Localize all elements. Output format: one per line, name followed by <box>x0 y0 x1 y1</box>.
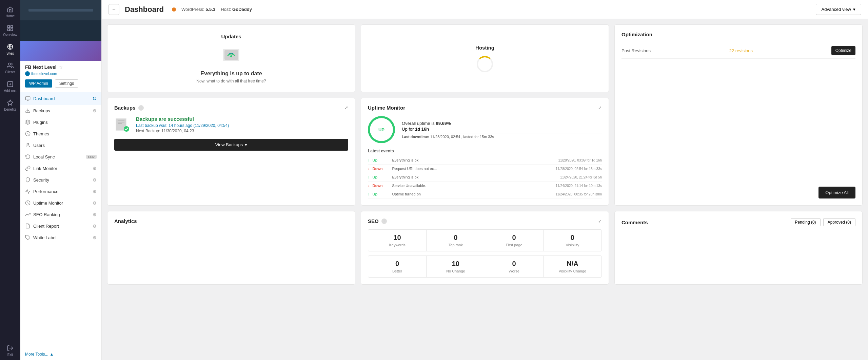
gear-icon-white-label[interactable]: ⚙ <box>93 235 97 240</box>
sidebar-item-white-label[interactable]: White Label ⚙ <box>20 232 101 243</box>
svg-rect-2 <box>8 29 10 31</box>
more-tools-label: More Tools... <box>25 352 48 357</box>
sidebar-item-seo-ranking[interactable]: SEO Ranking ⚙ <box>20 209 101 220</box>
uptime-last-downtime: Last downtime: 11/28/2020, 02:54 , laste… <box>402 133 602 139</box>
seo-no-change-label: No Change <box>431 269 480 273</box>
gear-icon-backups[interactable]: ⚙ <box>93 108 97 113</box>
sidebar-item-link-monitor[interactable]: Link Monitor ⚙ <box>20 163 101 174</box>
seo-expand-button[interactable]: ⤢ <box>598 219 602 224</box>
gear-icon-performance[interactable]: ⚙ <box>93 189 97 194</box>
pending-tab[interactable]: Pending (0) <box>791 218 821 226</box>
seo-card: SEO i ⤢ 10 Keywords 0 Top rank 0 First p… <box>361 211 609 285</box>
uptime-up-value: 1d 16h <box>415 127 429 132</box>
event-status-2: Up <box>373 175 390 179</box>
seo-cell-visibility: 0 Visibility <box>544 230 601 251</box>
sidebar-item-client-report[interactable]: Client Report ⚙ <box>20 220 101 232</box>
page-title: Dashboard <box>125 5 164 14</box>
optimize-post-revisions-button[interactable]: Optimize <box>831 46 855 55</box>
uptime-expand-button[interactable]: ⤢ <box>598 105 602 110</box>
star-icon[interactable]: ☆ <box>59 64 63 70</box>
sidebar-item-performance[interactable]: Performance ⚙ <box>20 186 101 197</box>
svg-rect-15 <box>224 50 238 60</box>
uptime-event-3: ↓ Down Service Unavailable. 11/24/2020, … <box>368 182 602 190</box>
sidebar-label-dashboard: Dashboard <box>33 96 90 101</box>
uptime-up-prefix: Up for <box>402 127 414 132</box>
wp-admin-button[interactable]: WP Admin <box>25 79 52 88</box>
sidebar-item-uptime-monitor[interactable]: Uptime Monitor ⚙ <box>20 197 101 209</box>
gear-icon-client-report[interactable]: ⚙ <box>93 224 97 229</box>
host-label: Host: <box>221 7 231 12</box>
site-settings-button[interactable]: Settings <box>55 79 78 88</box>
nav-sites[interactable]: Sites <box>0 40 20 59</box>
report-icon <box>25 223 31 229</box>
seo-visibility-value: 0 <box>548 234 597 242</box>
nav-addons[interactable]: Add-ons <box>0 77 20 96</box>
uptime-overall-value: 99.69% <box>436 121 451 126</box>
sidebar-item-themes[interactable]: Themes <box>20 128 101 139</box>
svg-rect-1 <box>11 26 13 28</box>
event-time-4: 11/24/2020, 00:35 for 20h 38m <box>555 192 602 196</box>
nav-overview[interactable]: Overview <box>0 21 20 40</box>
comments-card-header: Comments Pending (0) Approved (0) <box>622 218 855 226</box>
uptime-overall: Overall uptime is 99.69% <box>402 121 602 126</box>
site-info: FB Next Level ☆ fbnextlevel.com WP Admin… <box>20 61 101 91</box>
view-backups-button[interactable]: View Backups ▾ <box>114 139 348 151</box>
uptime-event-4: ↑ Up Uptime turned on 11/24/2020, 00:35 … <box>368 190 602 198</box>
seo-no-change-value: 10 <box>431 260 480 268</box>
sidebar-item-local-sync[interactable]: Local Sync BETA <box>20 151 101 163</box>
main-content: ← Dashboard WordPress: 5.5.3 Host: GoDad… <box>102 0 868 360</box>
uptime-circle: UP <box>368 116 395 143</box>
seo-first-page-label: First page <box>489 243 539 247</box>
backups-card: Backups i ⤢ Backups <box>107 98 355 206</box>
status-dot-icon <box>172 7 176 12</box>
sidebar-item-plugins[interactable]: Plugins <box>20 116 101 128</box>
site-url: fbnextlevel.com <box>31 72 57 76</box>
nav-addons-label: Add-ons <box>4 89 16 93</box>
event-status-4: Up <box>373 192 390 196</box>
advanced-view-label: Advanced view <box>822 7 851 12</box>
seo-visibility-label: Visibility <box>548 243 597 247</box>
backups-expand-button[interactable]: ⤢ <box>344 105 348 110</box>
back-button[interactable]: ← <box>108 4 119 15</box>
advanced-view-button[interactable]: Advanced view ▾ <box>816 4 861 15</box>
nav-benefits[interactable]: Benefits <box>0 96 20 115</box>
gear-icon-uptime[interactable]: ⚙ <box>93 201 97 206</box>
main-header: ← Dashboard WordPress: 5.5.3 Host: GoDad… <box>102 0 868 19</box>
wordpress-label: WordPress: <box>181 7 204 12</box>
sidebar-item-dashboard[interactable]: Dashboard ↻ <box>20 92 101 105</box>
wordpress-info: WordPress: 5.5.3 <box>181 7 215 12</box>
seo-grid-row2: 0 Better 10 No Change 0 Worse N/A Visibi… <box>368 255 602 278</box>
backup-status: Backups are successful Last backup was: … <box>114 116 348 133</box>
seo-cell-keywords: 10 Keywords <box>368 230 426 251</box>
uptime-last-value: 11/28/2020, 02:54 <box>430 135 460 139</box>
approved-tab[interactable]: Approved (0) <box>823 218 855 226</box>
updates-icon <box>220 45 242 67</box>
arrow-up-icon-0: ↑ <box>368 158 370 162</box>
nav-clients[interactable]: Clients <box>0 59 20 77</box>
sidebar-item-backups[interactable]: Backups ⚙ <box>20 105 101 116</box>
more-tools[interactable]: More Tools... ▲ <box>20 348 101 360</box>
updates-card: Updates Everything is up to date Now, wh… <box>107 24 355 92</box>
backups-info-icon[interactable]: i <box>138 105 144 111</box>
theme-icon <box>25 131 31 136</box>
uptime-events-title: Latest events <box>368 149 602 153</box>
seo-info-icon[interactable]: i <box>381 219 387 224</box>
seo-worse-label: Worse <box>489 269 539 273</box>
nav-home[interactable]: Home <box>0 3 20 21</box>
event-status-0: Up <box>373 158 390 162</box>
wordpress-version: 5.5.3 <box>205 7 215 12</box>
backups-card-title: Backups <box>114 105 136 111</box>
seo-cell-no-change: 10 No Change <box>427 256 485 277</box>
sidebar-menu: Dashboard ↻ Backups ⚙ Plugins Themes <box>20 91 101 348</box>
gear-icon-link-monitor[interactable]: ⚙ <box>93 166 97 171</box>
backup-next-backup: Next Backup: 11/30/2020, 04:23 <box>136 129 229 133</box>
gear-icon-security[interactable]: ⚙ <box>93 177 97 183</box>
sidebar-label-client-report: Client Report <box>33 224 90 229</box>
svg-point-16 <box>230 55 232 57</box>
sidebar-item-security[interactable]: Security ⚙ <box>20 174 101 186</box>
optimize-all-button[interactable]: Optimize All <box>818 187 855 198</box>
nav-exit[interactable]: Exit <box>0 341 20 360</box>
refresh-icon[interactable]: ↻ <box>92 95 97 102</box>
gear-icon-seo[interactable]: ⚙ <box>93 212 97 217</box>
sidebar-item-users[interactable]: Users <box>20 139 101 151</box>
